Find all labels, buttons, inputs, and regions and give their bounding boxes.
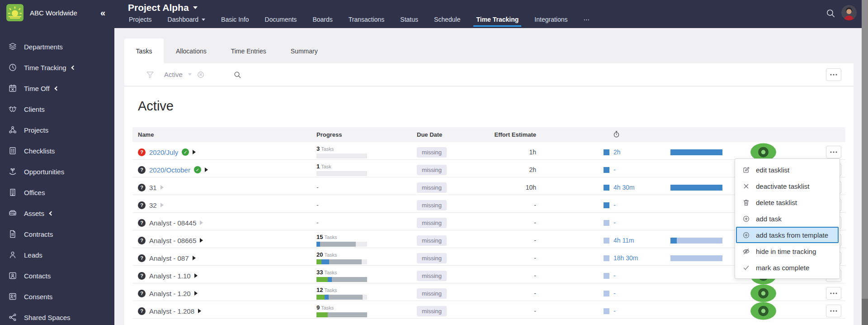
due-date-badge[interactable]: missing [417,218,447,228]
expand-caret-icon[interactable] [160,185,164,190]
time-tracked-value[interactable]: - [613,166,616,173]
expand-caret-icon[interactable] [193,150,196,154]
context-menu-item[interactable]: add task [735,210,840,227]
timer-square-icon[interactable] [604,220,609,226]
expand-caret-icon[interactable] [200,238,203,243]
sidebar-item[interactable]: Consents [0,286,114,307]
help-icon[interactable] [138,307,146,315]
due-date-badge[interactable]: missing [417,200,447,210]
time-tracked-value[interactable]: 2h [613,148,621,156]
project-tab[interactable]: Time Tracking [475,12,519,27]
timer-square-icon[interactable] [604,255,609,261]
project-tab[interactable]: Status [399,12,419,27]
avatar[interactable] [841,5,857,20]
project-tab[interactable]: Boards [311,12,333,27]
expand-caret-icon[interactable] [200,220,203,225]
time-tracked-value[interactable]: - [613,219,616,226]
project-tab[interactable]: Basic Info [220,12,250,27]
table-search-icon[interactable] [233,71,241,79]
list-options-button[interactable] [826,68,841,81]
due-date-badge[interactable]: missing [417,306,447,316]
expand-caret-icon[interactable] [160,203,164,207]
sidebar-item[interactable]: Projects [0,119,114,140]
column-header-time-tracked[interactable] [542,130,660,139]
timer-square-icon[interactable] [604,238,609,244]
context-menu-item[interactable]: delete tasklist [735,194,840,210]
eye-icon[interactable] [749,301,778,321]
tasklist-name-link[interactable]: Analyst - 1.20 [149,290,191,297]
tasklist-name-link[interactable]: Analyst - 08445 [149,219,196,227]
time-tracked-value[interactable]: - [613,201,616,209]
help-icon[interactable] [138,290,146,297]
sidebar-item[interactable]: Leads [0,244,114,265]
context-menu-item[interactable]: mark as complete [735,259,840,276]
expand-caret-icon[interactable] [198,309,201,313]
project-tab[interactable]: Dashboard [167,12,207,27]
help-icon[interactable] [138,272,146,280]
context-menu-item[interactable]: hide in time tracking [735,243,840,259]
context-menu-item[interactable]: add tasks from template [736,227,839,243]
tasklist-name-link[interactable]: Analyst - 087 [149,254,189,262]
time-tracked-value[interactable]: - [613,272,616,279]
help-icon[interactable] [138,166,146,174]
context-menu-item[interactable]: deactivate tasklist [735,178,840,194]
sidebar-item[interactable]: Assets [0,203,114,224]
sidebar-item[interactable]: Clients [0,99,114,119]
filter-value-dropdown[interactable]: Active [164,71,183,78]
module-tab[interactable]: Time Entries [219,38,278,63]
tasklist-name-link[interactable]: 2020/July [149,148,178,156]
column-header-effort[interactable]: Effort Estimate [491,131,542,138]
due-date-badge[interactable]: missing [417,235,447,246]
tasklist-name-link[interactable]: Analyst - 08665 [149,237,196,244]
eye-icon[interactable] [749,283,778,303]
sidebar-item[interactable]: Departments [0,36,114,57]
tasklist-name-link[interactable]: Analyst - 1.208 [149,307,194,315]
timer-square-icon[interactable] [604,291,609,296]
timer-square-icon[interactable] [604,202,609,208]
help-icon[interactable] [138,201,146,209]
project-tab[interactable]: Schedule [433,12,461,27]
chevron-down-icon[interactable] [188,73,192,76]
due-date-badge[interactable]: missing [417,147,447,158]
filter-icon[interactable] [146,70,155,79]
search-icon[interactable] [826,8,835,18]
module-tab[interactable]: Tasks [124,38,164,63]
sidebar-item[interactable]: Checklists [0,140,114,161]
time-tracked-value[interactable]: 4h 30m [613,184,635,191]
context-menu-item[interactable]: edit tasklist [735,162,840,178]
expand-caret-icon[interactable] [194,291,198,296]
sidebar-item[interactable]: Opportunities [0,161,114,182]
help-icon[interactable] [138,254,146,262]
due-date-badge[interactable]: missing [417,288,447,299]
time-tracked-value[interactable]: 18h 30m [613,254,638,262]
tasklist-name-link[interactable]: 2020/October [149,166,190,174]
due-date-badge[interactable]: missing [417,253,447,263]
column-header-due-date[interactable]: Due Date [407,131,491,138]
clear-filter-icon[interactable] [197,71,205,79]
project-tab[interactable]: Integrations [533,12,568,27]
column-header-progress[interactable]: Progress [303,131,407,138]
sidebar-item[interactable]: Shared Spaces [0,307,114,325]
time-tracked-value[interactable]: 4h 11m [613,237,634,244]
row-menu-button[interactable] [826,287,841,300]
tasklist-name-link[interactable]: Analyst - 1.10 [149,272,191,280]
help-icon[interactable] [138,148,146,156]
time-tracked-value[interactable]: - [613,307,616,315]
timer-square-icon[interactable] [604,308,609,314]
project-tab[interactable]: Projects [128,12,153,27]
vertical-scrollbar[interactable] [862,0,868,325]
expand-caret-icon[interactable] [193,256,196,260]
expand-caret-icon[interactable] [194,273,198,278]
due-date-badge[interactable]: missing [417,182,447,193]
project-tab[interactable]: Documents [264,12,298,27]
row-menu-button[interactable] [826,305,841,317]
timer-square-icon[interactable] [604,185,609,191]
column-header-name[interactable]: Name [132,131,303,138]
expand-caret-icon[interactable] [205,167,208,172]
module-tab[interactable]: Allocations [164,38,219,63]
tasklist-name-link[interactable]: 31 [149,184,157,191]
module-tab[interactable]: Summary [278,38,330,63]
timer-square-icon[interactable] [604,149,609,155]
help-icon[interactable] [138,237,146,244]
timer-square-icon[interactable] [604,167,609,173]
